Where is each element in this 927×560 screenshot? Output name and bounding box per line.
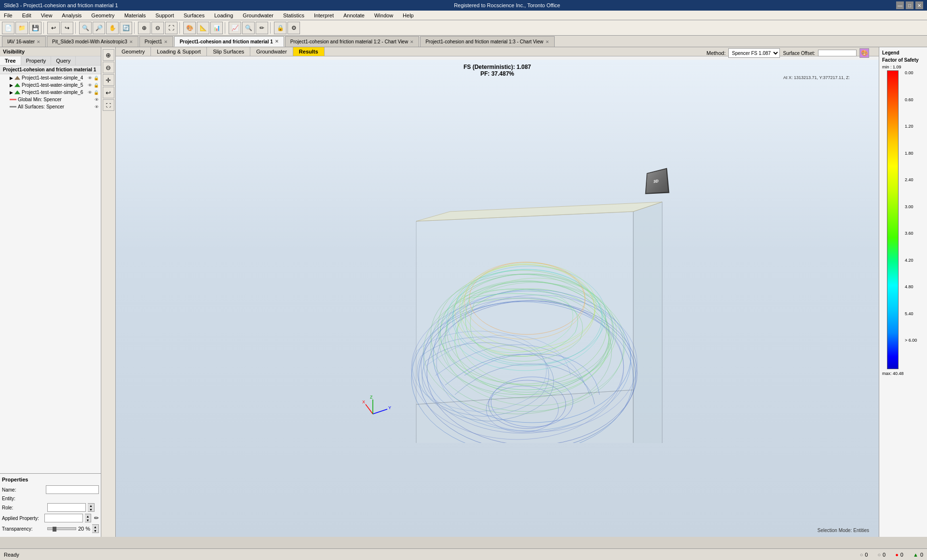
analysis-button[interactable]: 📊 [210, 22, 223, 34]
tab-project1-cohesion[interactable]: Project1-cohesion and friction material … [174, 36, 284, 47]
settings-button[interactable]: ⚙ [287, 22, 300, 34]
menu-annotate[interactable]: Annotate [341, 13, 367, 18]
method-select[interactable]: Spencer FS 1.087 [728, 48, 780, 58]
surface-offset-label: Surface Offset: [783, 51, 815, 56]
pan-nav[interactable]: ✛ [103, 74, 114, 86]
close-button[interactable]: ✕ [915, 1, 923, 9]
tab-iav[interactable]: IAV 16-water ✕ [2, 36, 46, 47]
edit-property-button[interactable]: ✏ [94, 515, 99, 521]
nav-tab-slip[interactable]: Slip Surfaces [207, 47, 250, 56]
open-button[interactable]: 📁 [15, 22, 28, 34]
rotate-button[interactable]: 🔄 [120, 22, 132, 34]
properties-panel: Properties Name: Entity: Role: ▲ ▼ Appli… [0, 473, 101, 537]
undo-nav[interactable]: ↩ [103, 87, 114, 98]
applied-prop-up[interactable]: ▲ [85, 514, 91, 518]
redo-button[interactable]: ↪ [61, 22, 73, 34]
tab-chart-view-2[interactable]: Project1-cohesion and friction material … [285, 36, 419, 47]
trans-up[interactable]: ▲ [92, 525, 98, 529]
legend-label-5: 3.00 [905, 204, 913, 209]
nav-tab-loading[interactable]: Loading & Support [151, 47, 207, 56]
zoom-in-button[interactable]: 🔍 [79, 22, 92, 34]
applied-prop-spinner[interactable]: ▲ ▼ [85, 514, 91, 522]
tree-tab-query[interactable]: Query [51, 56, 76, 65]
method-row: Method: Spencer FS 1.087 Surface Offset:… [707, 48, 869, 58]
tab-close-iav[interactable]: ✕ [37, 40, 41, 44]
3d-scene[interactable]: FS (Deterministic): 1.087 PF: 37.487% At… [116, 60, 879, 537]
fit-all-nav[interactable]: ⛶ [103, 99, 114, 111]
tab-close-active[interactable]: ✕ [275, 39, 279, 44]
transparency-thumb[interactable] [53, 527, 56, 532]
cube-face[interactable]: 3D [645, 168, 669, 194]
tab-pit[interactable]: Pit_Slide3 model-With Anisotropic3 ✕ [47, 36, 138, 47]
role-spinner[interactable]: ▲ ▼ [88, 503, 95, 512]
tab-close-cv2[interactable]: ✕ [410, 40, 414, 44]
material-button[interactable]: 🎨 [183, 22, 196, 34]
menu-analysis[interactable]: Analysis [60, 13, 83, 18]
expand-arrow[interactable]: ▶ [10, 90, 14, 95]
tab-chart-view-3[interactable]: Project1-cohesion and friction material … [420, 36, 554, 47]
zoom-out-button[interactable]: 🔎 [93, 22, 105, 34]
tab-close-p1[interactable]: ✕ [164, 40, 168, 44]
menu-window[interactable]: Window [372, 13, 395, 18]
fit-button[interactable]: ⛶ [165, 22, 177, 34]
maximize-button[interactable]: □ [906, 1, 913, 9]
menu-file[interactable]: File [2, 13, 14, 18]
lock-button[interactable]: 🔒 [274, 22, 286, 34]
menu-view[interactable]: View [39, 13, 55, 18]
results-icon[interactable]: 🎨 [859, 48, 869, 58]
tree-item-2[interactable]: ▶ Project1-test-water-simple_5 👁 🔒 [0, 81, 101, 89]
undo-button[interactable]: ↩ [47, 22, 60, 34]
visibility-header: Visibility [0, 47, 101, 56]
role-down[interactable]: ▼ [88, 507, 94, 511]
applied-property-input[interactable] [44, 514, 83, 522]
menu-help[interactable]: Help [401, 13, 416, 18]
expand-arrow[interactable]: ▶ [10, 83, 14, 88]
entity-label: Entity: [2, 496, 45, 501]
chart-button[interactable]: 📈 [229, 22, 241, 34]
menu-groundwater[interactable]: Groundwater [241, 13, 275, 18]
menu-surfaces[interactable]: Surfaces [182, 13, 206, 18]
trans-down[interactable]: ▼ [92, 529, 98, 533]
transparency-slider[interactable] [47, 527, 76, 530]
zoom-in-nav[interactable]: ⊕ [103, 49, 114, 61]
pan-button[interactable]: ✋ [106, 22, 119, 34]
annotate-button[interactable]: ✏ [256, 22, 268, 34]
select-button[interactable]: ⊕ [138, 22, 150, 34]
tree-item-4[interactable]: Global Min: Spencer 👁 [0, 96, 101, 103]
menu-interpret[interactable]: Interpret [312, 13, 336, 18]
deselect-button[interactable]: ⊖ [151, 22, 164, 34]
role-up[interactable]: ▲ [88, 504, 94, 507]
tree-item-5[interactable]: All Surfaces: Spencer 👁 [0, 103, 101, 110]
menu-materials[interactable]: Materials [123, 13, 148, 18]
tab-close-cv3[interactable]: ✕ [545, 40, 549, 44]
role-input[interactable] [47, 503, 86, 512]
surface-offset-bar[interactable] [818, 50, 857, 56]
geometry-button[interactable]: 📐 [197, 22, 209, 34]
applied-prop-down[interactable]: ▼ [85, 518, 91, 522]
new-button[interactable]: 📄 [2, 22, 14, 34]
tree-item-1[interactable]: ▶ Project1-test-water-simple_4 👁 🔒 [0, 74, 101, 81]
tab-project1[interactable]: Project1 ✕ [139, 36, 174, 47]
expand-arrow[interactable]: ▶ [10, 76, 14, 80]
cube-navigator[interactable]: 3D [644, 169, 673, 198]
menu-loading[interactable]: Loading [212, 13, 235, 18]
tree-item-3[interactable]: ▶ Project1-test-water-simple_6 👁 🔒 [0, 89, 101, 96]
name-input[interactable] [46, 485, 99, 494]
nav-tab-groundwater[interactable]: Groundwater [250, 47, 293, 56]
interpret-button[interactable]: 🔍 [242, 22, 255, 34]
minimize-button[interactable]: — [896, 1, 904, 9]
transparency-spinner[interactable]: ▲ ▼ [92, 524, 99, 533]
zoom-out-nav[interactable]: ⊖ [103, 62, 114, 73]
tree-tab-tree[interactable]: Tree [0, 56, 21, 65]
tab-close-pit[interactable]: ✕ [129, 40, 133, 44]
nav-tab-results[interactable]: Results [293, 47, 325, 56]
menu-edit[interactable]: Edit [20, 13, 33, 18]
legend-label-9: 5.40 [905, 311, 913, 316]
menu-statistics[interactable]: Statistics [281, 13, 306, 18]
nav-tab-geometry[interactable]: Geometry [116, 47, 151, 56]
save-button[interactable]: 💾 [29, 22, 41, 34]
menu-geometry[interactable]: Geometry [89, 13, 116, 18]
menu-support[interactable]: Support [153, 13, 176, 18]
tree-tab-property[interactable]: Property [21, 56, 52, 65]
svg-line-34 [373, 409, 387, 414]
